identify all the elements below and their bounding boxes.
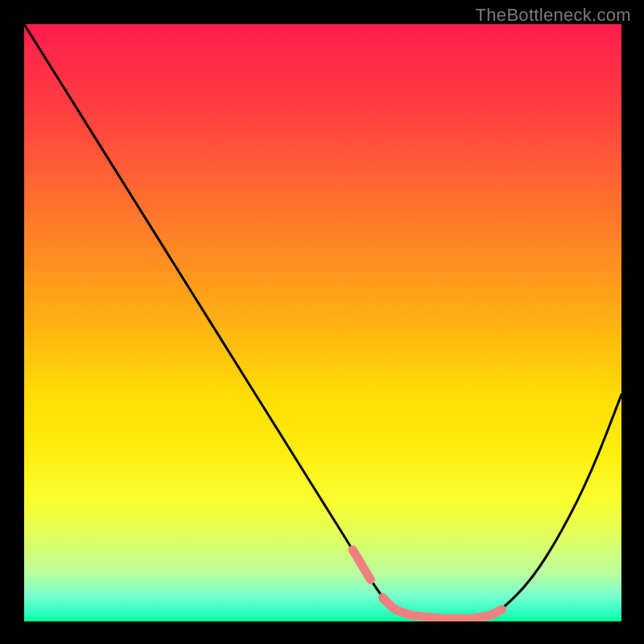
highlight-segments-group [353, 550, 502, 618]
highlight-segment [484, 609, 502, 617]
watermark-text: TheBottleneck.com [476, 5, 631, 26]
chart-plot-area [24, 24, 621, 621]
bottleneck-curve-line [24, 24, 621, 618]
highlight-segment [382, 597, 484, 618]
highlight-segment [353, 550, 370, 580]
bottleneck-curve-svg [24, 24, 621, 621]
